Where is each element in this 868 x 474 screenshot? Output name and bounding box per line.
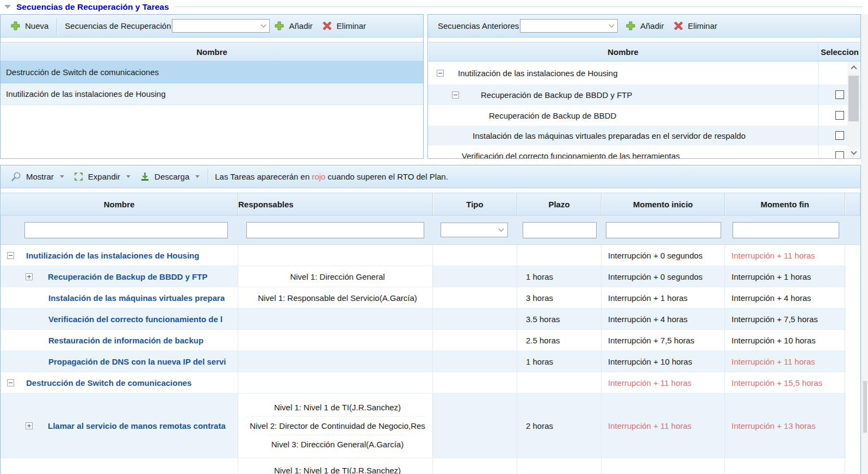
select-checkbox[interactable] xyxy=(835,131,844,140)
select-checkbox[interactable] xyxy=(835,90,844,99)
new-sequence-button[interactable]: Nueva xyxy=(6,17,53,35)
scrollbar-thumb[interactable] xyxy=(848,76,859,121)
task-tree-link[interactable]: Verificación del correcto funcionamiento… xyxy=(48,315,222,324)
vertical-scrollbar[interactable] xyxy=(847,61,860,158)
download-menu-button[interactable]: Descarga xyxy=(135,168,204,186)
task-row[interactable]: Propagación de DNS con la nueva IP del s… xyxy=(1,351,846,372)
select-checkbox[interactable] xyxy=(835,111,844,120)
cell-momento-fin: Interrupción + 4 horas xyxy=(725,287,845,308)
filter-momento-fin-input[interactable] xyxy=(733,222,839,238)
task-row[interactable]: Destrucción de Switch de comunicaciones … xyxy=(1,372,846,393)
dropdown-arrow-icon xyxy=(195,175,200,178)
collapse-section-icon[interactable] xyxy=(4,5,11,9)
download-menu-label: Descarga xyxy=(154,172,189,181)
chevron-down-icon xyxy=(261,22,266,28)
task-row[interactable]: Nivel 1: Nivel 1 de TI(J.R.Sanchez) xyxy=(1,458,846,474)
cell-plazo xyxy=(517,458,602,474)
tasks-panel: Mostrar Expandir Descarga Las Tareas apa… xyxy=(0,165,861,474)
task-tree-link[interactable]: Destrucción de Switch de comunicaciones xyxy=(26,378,191,387)
toolbar-separator xyxy=(57,18,57,34)
cell-tipo xyxy=(433,351,517,372)
cell-tipo xyxy=(433,330,517,350)
new-sequence-label: Nueva xyxy=(25,21,48,30)
show-menu-button[interactable]: Mostrar xyxy=(6,168,69,186)
expand-all-icon xyxy=(74,172,83,181)
task-tree-link[interactable]: Recuperación de Backup de BBDD y FTP xyxy=(48,272,207,281)
filter-plazo-input[interactable] xyxy=(523,222,597,238)
collapse-node-icon[interactable] xyxy=(7,252,14,259)
add-previous-button[interactable]: Añadir xyxy=(621,17,668,35)
select-checkbox[interactable] xyxy=(835,151,844,158)
delete-sequence-label: Eliminar xyxy=(337,21,366,30)
previous-sequences-panel: Secuencias Anteriores Añadir Eliminar No… xyxy=(427,14,861,159)
task-tree-link[interactable]: Inutilización de las instalaciones de Ho… xyxy=(26,251,199,260)
tasks-toolbar: Mostrar Expandir Descarga Las Tareas apa… xyxy=(1,165,860,188)
cell-momento-inicio: Interrupción + 10 horas xyxy=(602,351,725,372)
expand-menu-button[interactable]: Expandir xyxy=(69,168,135,186)
cell-momento-fin: Interrupción + 10 horas xyxy=(725,330,845,350)
column-header-plazo[interactable]: Plazo xyxy=(517,193,602,215)
task-row[interactable]: Inutilización de las instalaciones de Ho… xyxy=(1,245,846,266)
task-tree-link[interactable]: Propagación de DNS con la nueva IP del s… xyxy=(48,357,226,366)
tree-row[interactable]: Inutilización de las instalaciones de Ho… xyxy=(428,61,860,84)
task-tree-link[interactable]: Instalación de las máquinas virtuales pr… xyxy=(48,293,225,303)
task-row[interactable]: Verificación del correcto funcionamiento… xyxy=(1,309,846,330)
add-sequence-button[interactable]: Añadir xyxy=(270,17,317,35)
collapse-node-icon[interactable] xyxy=(437,70,444,77)
table-row[interactable]: Inutilización de las instalaciones de Ho… xyxy=(1,83,423,105)
page-vertical-scrollbar[interactable] xyxy=(861,14,868,474)
tree-row[interactable]: Instalación de las máquinas virtuales pr… xyxy=(428,126,860,145)
filter-momento-inicio-input[interactable] xyxy=(606,222,721,238)
cell-nombre: Verificación del correcto funcionamiento… xyxy=(1,309,238,329)
plus-icon xyxy=(626,21,635,30)
task-tree-link[interactable]: Llamar al servicio de manos remotas cont… xyxy=(48,421,226,430)
tree-row[interactable]: Verificación del correcto funcionamiento… xyxy=(428,145,860,158)
tree-row[interactable]: Recuperación de Backup de BBDD xyxy=(428,105,860,126)
scroll-up-button[interactable] xyxy=(847,61,860,72)
scrollbar-thumb[interactable] xyxy=(863,381,867,433)
task-row[interactable]: Recuperación de Backup de BBDD y FTP Niv… xyxy=(1,266,846,287)
cell-tipo xyxy=(433,458,517,474)
previous-sequence-select[interactable] xyxy=(520,19,618,33)
cell-plazo: 2 horas xyxy=(517,393,602,458)
task-row[interactable]: Restauración de información de backup 2.… xyxy=(1,330,846,351)
task-tree-link[interactable]: Restauración de información de backup xyxy=(48,336,203,345)
expand-node-icon[interactable] xyxy=(26,422,33,429)
scroll-down-button[interactable] xyxy=(847,147,860,158)
collapse-node-icon[interactable] xyxy=(452,91,459,99)
recovery-sequence-select[interactable] xyxy=(172,19,270,33)
column-header-momento-fin[interactable]: Momento fin xyxy=(725,193,845,215)
task-row[interactable]: Instalación de las máquinas virtuales pr… xyxy=(1,287,846,309)
cell-tipo xyxy=(433,372,517,393)
table-row[interactable]: Destrucción de Switch de comunicaciones xyxy=(1,61,423,83)
dropdown-arrow-icon xyxy=(126,175,131,178)
cell-plazo xyxy=(517,372,602,393)
collapse-node-icon[interactable] xyxy=(7,379,14,386)
column-header-nombre[interactable]: Nombre xyxy=(1,193,238,215)
dropdown-arrow-icon xyxy=(60,175,64,178)
expand-node-icon[interactable] xyxy=(26,273,33,280)
add-sequence-label: Añadir xyxy=(289,21,312,30)
cell-momento-inicio xyxy=(602,458,725,474)
cell-tipo xyxy=(433,309,517,329)
column-header-nombre[interactable]: Nombre xyxy=(428,42,818,61)
cell-momento-fin: Interrupción + 13 horas xyxy=(725,393,845,458)
column-header-responsables[interactable]: Responsables xyxy=(238,193,433,215)
task-row[interactable]: Llamar al servicio de manos remotas cont… xyxy=(1,393,846,458)
cell-plazo: 2.5 horas xyxy=(517,330,602,350)
delete-previous-button[interactable]: Eliminar xyxy=(669,17,722,35)
filter-tipo-select[interactable] xyxy=(441,223,508,237)
column-header-seleccion[interactable]: Seleccion xyxy=(818,42,860,61)
tasks-filter-row xyxy=(1,216,860,245)
chevron-down-icon xyxy=(499,226,504,232)
filter-responsables-input[interactable] xyxy=(246,222,424,238)
delete-sequence-button[interactable]: Eliminar xyxy=(318,17,371,35)
column-header-tipo[interactable]: Tipo xyxy=(433,193,517,215)
tree-row[interactable]: Recuperación de Backup de BBDD y FTP xyxy=(428,84,860,105)
cell-responsables: Nivel 1: Nivel 1 de TI(J.R.Sanchez) Nive… xyxy=(238,393,433,458)
filter-nombre-input[interactable] xyxy=(24,222,228,238)
magnifier-icon xyxy=(11,171,21,182)
title-divider xyxy=(173,7,863,7)
column-header-momento-inicio[interactable]: Momento inicio xyxy=(602,193,725,215)
column-header-nombre[interactable]: Nombre xyxy=(1,42,423,61)
